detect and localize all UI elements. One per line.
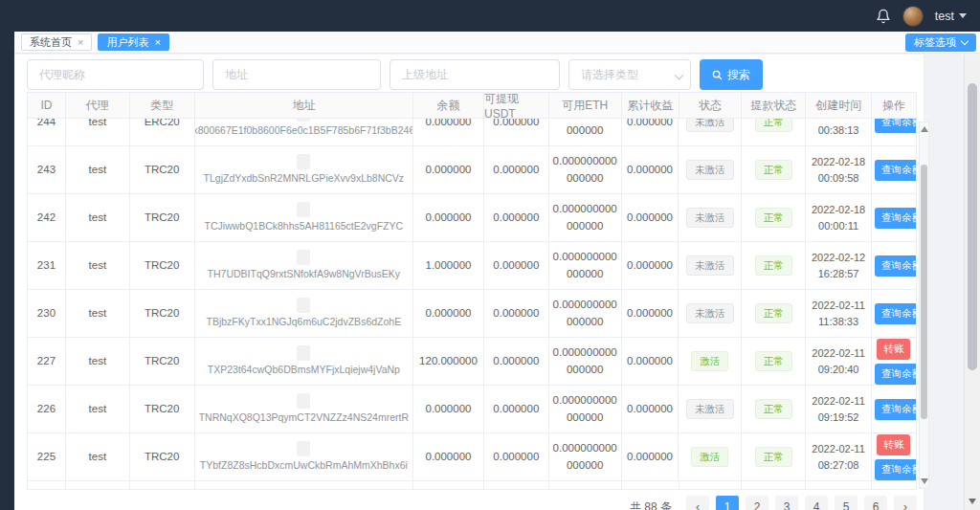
parent-address-input[interactable]	[390, 59, 560, 90]
pagination-page-4[interactable]: 4	[805, 496, 828, 510]
pagination-page-6[interactable]: 6	[864, 496, 887, 510]
page-vertical-scrollbar[interactable]	[964, 55, 980, 510]
qr-code-placeholder	[297, 393, 310, 409]
page-scroll-down-arrow-icon[interactable]	[969, 499, 976, 504]
transfer-button[interactable]: 转账	[877, 339, 910, 360]
username-label: test	[935, 10, 954, 23]
table-row: 243testTRC20TLgjZdYxdbSnR2MNRLGPieXvv9xL…	[28, 146, 916, 194]
cell-balance: 0.000000	[413, 146, 484, 193]
qr-code-placeholder	[297, 202, 310, 217]
page-scrollbar-thumb[interactable]	[968, 83, 977, 370]
status-badge: 未激活	[686, 399, 734, 420]
user-avatar[interactable]	[902, 6, 924, 27]
cell-withdraw-status: 正常	[742, 386, 806, 432]
column-header-2: 类型	[130, 93, 195, 118]
pagination-page-5[interactable]: 5	[835, 496, 858, 510]
cell-agent: test	[66, 242, 130, 289]
user-table: ID代理类型地址余额可提现USDT可用ETH累计收益状态提款状态创建时间操作	[27, 92, 917, 119]
query-balance-button[interactable]: 查询余额	[875, 208, 917, 229]
scroll-up-arrow-icon[interactable]	[921, 126, 928, 132]
tab-options-button[interactable]: 标签选项	[905, 33, 976, 52]
notification-bell-icon[interactable]	[876, 9, 891, 24]
cell-created: 2022-02-18 00:38:13	[806, 119, 872, 145]
cell-eth: 0.000000000000000	[549, 290, 622, 337]
cell-balance: 0.000000	[413, 386, 484, 432]
column-header-1: 代理	[66, 93, 130, 118]
status-badge: 激活	[691, 447, 728, 468]
query-balance-button[interactable]: 查询余额	[875, 399, 917, 420]
cell-withdraw-status	[742, 481, 806, 490]
cell-usdt: 0.000000	[484, 433, 549, 480]
query-balance-button[interactable]: 查询余额	[875, 160, 917, 181]
cell-status: 未激活	[679, 290, 742, 337]
sidebar-collapsed-strip[interactable]	[0, 32, 14, 510]
cell-type: TRC20	[130, 290, 195, 337]
pagination-page-1[interactable]: 1	[716, 496, 739, 510]
status-badge: 未激活	[686, 160, 734, 181]
column-header-9: 提款状态	[742, 93, 806, 118]
table-row: 231testTRC20TH7UDBITqQ9rxtSNfokfA9w8NgVr…	[28, 242, 916, 290]
cell-id: 242	[28, 194, 66, 241]
cell-created: 2022-02-11 09:20:40	[806, 338, 872, 385]
cell-eth: 0.000000000000000	[549, 433, 622, 480]
column-header-8: 状态	[679, 93, 743, 118]
user-menu[interactable]: test	[935, 10, 967, 23]
agent-nickname-input[interactable]	[27, 59, 204, 90]
table-vertical-scrollbar[interactable]	[919, 122, 929, 489]
table-body: 244testERC200x800667E1f0b8600F6e0c1B5F78…	[28, 119, 916, 490]
scroll-down-arrow-icon[interactable]	[921, 478, 928, 484]
cell-agent	[66, 481, 130, 490]
scrollbar-thumb[interactable]	[921, 165, 927, 419]
pagination-prev-button[interactable]: ‹	[686, 496, 709, 510]
query-balance-button[interactable]: 查询余额	[875, 119, 917, 133]
table-row: 242testTRC20TCJiwwbQ1BCk8hhs5AH81165ctE2…	[28, 194, 916, 242]
address-input[interactable]	[212, 59, 381, 90]
status-badge: 未激活	[686, 119, 734, 132]
cell-actions: 查询余额	[872, 242, 916, 289]
user-menu-caret-icon	[959, 13, 967, 18]
column-header-10: 创建时间	[806, 93, 872, 118]
cell-agent: test	[66, 194, 130, 241]
pagination-next-button[interactable]: ›	[894, 496, 917, 510]
cell-balance: 0.000000	[413, 119, 484, 145]
withdraw-status-badge: 正常	[755, 160, 792, 181]
cell-withdraw-status: 正常	[742, 194, 806, 241]
column-header-11: 操作	[872, 93, 916, 118]
close-icon[interactable]: ×	[154, 37, 160, 48]
cell-profit: 0.000000	[622, 338, 679, 385]
wallet-address: TH7UDBITqQ9rxtSNfokfA9w8NgVrBusEKy	[208, 267, 401, 282]
tab-options-label: 标签选项	[914, 35, 956, 50]
pagination-page-3[interactable]: 3	[775, 496, 798, 510]
column-header-6: 可用ETH	[549, 93, 622, 118]
cell-created: 2022-02-12 16:28:57	[806, 242, 872, 289]
query-balance-button[interactable]: 查询余额	[875, 364, 917, 385]
cell-status: 激活	[679, 338, 742, 385]
transfer-button[interactable]: 转账	[877, 434, 910, 455]
tab-label: 用户列表	[106, 35, 148, 50]
cell-withdraw-status: 正常	[742, 338, 806, 385]
pagination-page-2[interactable]: 2	[746, 496, 768, 510]
tab-label: 系统首页	[30, 35, 72, 50]
cell-id: 230	[28, 290, 66, 337]
cell-type: TRC20	[130, 146, 195, 193]
query-balance-button[interactable]: 查询余额	[875, 303, 917, 324]
cell-usdt: 0.000000	[484, 146, 549, 193]
cell-eth: 0.000000000000000	[549, 194, 622, 241]
query-balance-button[interactable]: 查询余额	[875, 255, 917, 277]
cell-agent: test	[66, 119, 130, 145]
withdraw-status-badge: 正常	[755, 208, 792, 229]
cell-id: 243	[28, 146, 66, 193]
type-select[interactable]	[568, 59, 691, 90]
wallet-address: TCJiwwbQ1BCk8hhs5AH81165ctE2vgFZYC	[205, 219, 404, 234]
type-select-value[interactable]	[568, 59, 691, 90]
cell-actions: 转账查询余额	[872, 433, 916, 480]
status-badge: 未激活	[686, 303, 734, 324]
withdraw-status-badge: 正常	[755, 447, 792, 468]
close-icon[interactable]: ×	[78, 37, 83, 48]
cell-actions: 查询余额	[872, 386, 916, 432]
search-button[interactable]: 搜索	[700, 59, 763, 90]
cell-address: TBjbzFKyTxx1NGJq6m6uC2jdvZBs6dZohE	[195, 290, 413, 337]
tab-system-home[interactable]: 系统首页 ×	[21, 33, 92, 51]
query-balance-button[interactable]: 查询余额	[875, 459, 917, 480]
tab-user-list[interactable]: 用户列表 ×	[98, 33, 168, 51]
